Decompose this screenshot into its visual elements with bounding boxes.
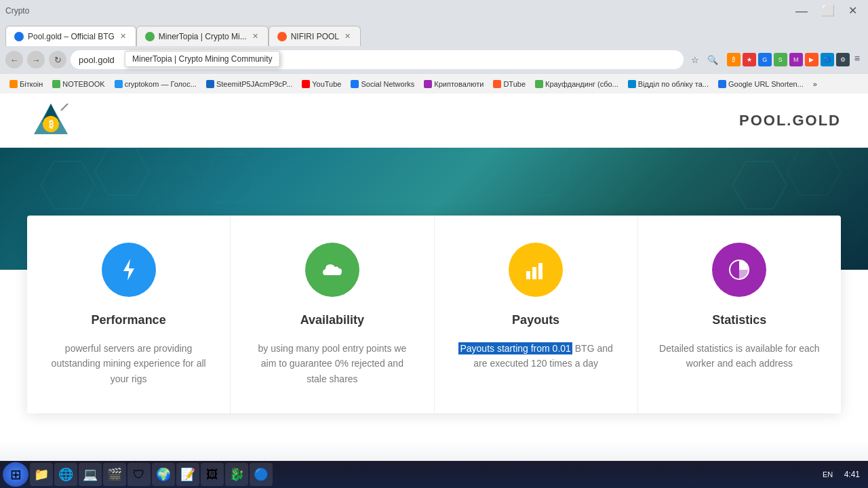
tab-close-2[interactable]: ✕ (251, 30, 260, 42)
lightning-icon (117, 258, 141, 282)
bookmark-label-crowdfund: Крауфдандинг (сбо... (545, 80, 618, 88)
feature-availability: Availability by using many pool entry po… (231, 216, 434, 413)
browser-chrome: Crypto — ⬜ ✕ Pool.gold – Official BTG ✕ … (0, 0, 868, 94)
bookmark-crowdfund[interactable]: Крауфдандинг (сбо... (531, 79, 623, 89)
taskbar-crypto-app[interactable]: 🐉 (225, 463, 248, 486)
windows-logo: ⊞ (10, 466, 22, 483)
tab-3[interactable]: NIFIRI POOL ✕ (269, 26, 361, 46)
cloud-icon (320, 258, 344, 282)
svg-text:₿: ₿ (49, 119, 54, 129)
svg-line-4 (61, 104, 68, 110)
forward-button[interactable]: → (27, 51, 45, 68)
image-icon: 🖼 (206, 468, 218, 482)
statistics-text: Detailed statistics is available for eac… (658, 341, 821, 371)
crypto-app-icon: 🐉 (229, 467, 244, 482)
taskbar-browser2[interactable]: 🌍 (152, 463, 175, 486)
ext-icon-1[interactable]: G (758, 53, 772, 66)
svg-rect-14 (526, 271, 530, 279)
bookmark-google-url[interactable]: Google URL Shorten... (714, 79, 808, 89)
tray-lang: EN (821, 468, 835, 481)
pie-chart-icon (727, 258, 751, 282)
window-controls[interactable]: — ⬜ ✕ (790, 4, 863, 18)
bookmark-label-notebook: NOTEBOOK (62, 80, 104, 88)
svg-marker-11 (732, 161, 787, 209)
bookmark-favicon-youtube (302, 80, 310, 88)
payouts-title: Payouts (455, 313, 617, 327)
bookmark-bitcoin[interactable]: Біткоін (5, 79, 47, 89)
bookmark-favicon-steemit (206, 80, 214, 88)
bookmark-vidil[interactable]: Відділ по обліку та... (624, 79, 713, 89)
bookmark-label-bitcoin: Біткоін (20, 80, 43, 88)
bookmark-social[interactable]: Social Networks (347, 79, 418, 89)
tab-label-2: MinerTopia | Crypto Mi... (159, 32, 247, 41)
tab-2[interactable]: MinerTopia | Crypto Mi... ✕ MinerTopia |… (136, 26, 269, 46)
taskbar-clock: 4:41 (839, 470, 865, 479)
bookmark-dtube[interactable]: DTube (489, 79, 530, 89)
title-text: Crypto (5, 6, 29, 16)
svg-rect-15 (532, 267, 536, 279)
media-icon: 🎬 (107, 467, 122, 482)
taskbar-app-2[interactable]: 🔵 (250, 463, 273, 486)
bookmark-more[interactable]: » (809, 79, 821, 89)
bookmark-crypto[interactable]: Криптовалюти (420, 79, 488, 89)
taskbar-chrome[interactable]: 🌐 (54, 463, 77, 486)
taskbar-security[interactable]: 🛡 (127, 463, 151, 486)
title-bar-left: Crypto (5, 6, 29, 16)
bookmark-favicon-vidil (628, 80, 636, 88)
bookmark-favicon-dtube (493, 80, 501, 88)
taskbar-file-explorer[interactable]: 📁 (30, 463, 53, 486)
back-button[interactable]: ← (5, 51, 23, 68)
payouts-text: Payouts starting from 0.01 BTG and are e… (455, 341, 617, 371)
taskbar-media[interactable]: 🎬 (103, 463, 126, 486)
refresh-button[interactable]: ↻ (49, 51, 66, 68)
ext-icon-5[interactable]: 🔵 (821, 53, 834, 66)
ext-icon-3[interactable]: M (789, 53, 803, 66)
availability-title: Availability (251, 313, 413, 327)
bookmark-favicon-bitcoin (9, 80, 18, 88)
availability-icon-circle (305, 243, 359, 297)
bookmark-notebook[interactable]: NOTEBOOK (48, 79, 108, 89)
clock-time: 4:41 (844, 470, 860, 479)
site-brand: POOL.GOLD (739, 112, 841, 129)
lastpass-icon[interactable]: ★ (743, 53, 756, 66)
taskbar: ⊞ 📁 🌐 💻 🎬 🛡 🌍 📝 🖼 🐉 🔵 EN 4:41 (0, 461, 868, 488)
tab-close-3[interactable]: ✕ (343, 30, 352, 42)
bookmark-label-youtube: YouTube (312, 80, 341, 88)
feature-performance: Performance powerful servers are providi… (27, 216, 231, 413)
bookmark-youtube[interactable]: YouTube (298, 79, 345, 89)
close-button[interactable]: ✕ (843, 4, 863, 18)
ext-icon-4[interactable]: ▶ (805, 53, 818, 66)
word-icon: 📝 (180, 467, 195, 482)
tab-close-1[interactable]: ✕ (119, 30, 127, 42)
taskbar-word[interactable]: 📝 (176, 463, 199, 486)
adblock-icon[interactable]: ₿ (727, 53, 741, 66)
bookmark-steemit[interactable]: SteemitP5JAcmP9cP... (202, 79, 296, 89)
tab-label-3: NIFIRI POOL (291, 32, 339, 41)
ext-icon-6[interactable]: ⚙ (836, 53, 850, 66)
maximize-button[interactable]: ⬜ (816, 4, 840, 18)
bookmark-star-icon[interactable]: ☆ (688, 52, 703, 67)
feature-statistics: Statistics Detailed statistics is availa… (638, 216, 841, 413)
features-section: Performance powerful servers are providi… (0, 216, 868, 441)
search-icon[interactable]: 🔍 (705, 52, 720, 67)
bookmark-favicon-cryptokom (115, 80, 123, 88)
ext-icon-2[interactable]: S (774, 53, 787, 66)
statistics-title: Statistics (658, 313, 821, 327)
tab-active[interactable]: Pool.gold – Official BTG ✕ (5, 26, 136, 46)
svg-marker-9 (461, 161, 515, 209)
app2-icon: 🔵 (254, 467, 269, 482)
title-bar: Crypto — ⬜ ✕ (0, 0, 868, 22)
performance-icon-circle (102, 243, 156, 297)
svg-marker-10 (515, 148, 570, 195)
taskbar-image[interactable]: 🖼 (201, 463, 224, 486)
more-icon[interactable]: ≡ (852, 53, 863, 66)
taskbar-computer[interactable]: 💻 (79, 463, 102, 486)
site-logo: ₿ (27, 100, 75, 141)
minimize-button[interactable]: — (790, 4, 813, 18)
taskbar-tray: EN 4:41 (821, 468, 865, 481)
file-explorer-icon: 📁 (34, 467, 49, 482)
start-button[interactable]: ⊞ (3, 462, 28, 487)
bookmark-cryptokom[interactable]: cryptokom — Голос... (111, 79, 201, 89)
bookmark-favicon-crypto (424, 80, 432, 88)
site-header: ₿ POOL.GOLD (0, 94, 868, 148)
